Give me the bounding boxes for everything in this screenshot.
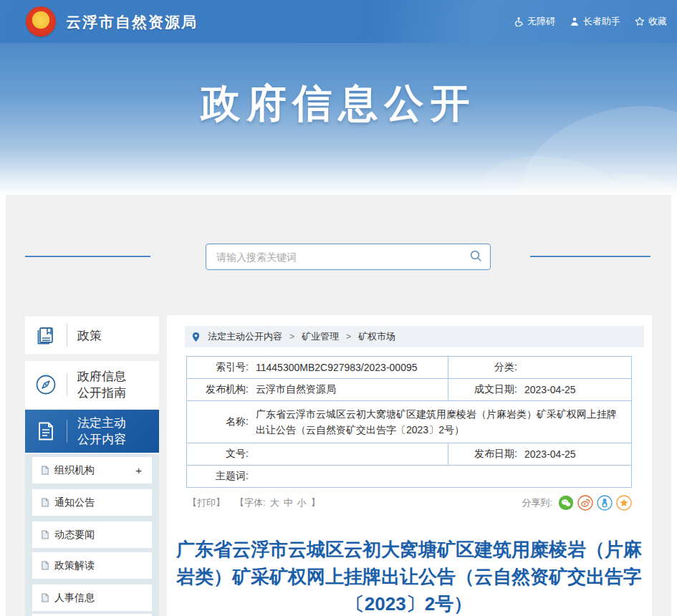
- breadcrumb-separator: >: [346, 332, 351, 342]
- sidebar-item-label: 通知公告: [54, 496, 95, 509]
- share-bar: 分享到:: [522, 495, 632, 511]
- wechat-share-icon[interactable]: [558, 495, 574, 511]
- page-icon: [41, 498, 49, 507]
- table-row: 主题词:: [187, 465, 631, 487]
- breadcrumb-item-mining-rights-market[interactable]: 矿权市场: [358, 330, 395, 343]
- weibo-share-icon[interactable]: [577, 495, 593, 511]
- category-label: 分类:: [448, 361, 517, 374]
- table-row: 名称: 广东省云浮市云城区云初大窝塘矿区建筑用糜棱岩（片麻岩类）矿采矿权网上挂牌…: [187, 400, 631, 443]
- written-date-label: 成文日期:: [448, 383, 517, 396]
- favorite-link[interactable]: 收藏: [635, 15, 667, 28]
- sidebar-item-label: 动态要闻: [54, 529, 95, 542]
- qq-share-icon[interactable]: [597, 495, 613, 511]
- issuing-agency-label: 发布机构:: [187, 383, 249, 396]
- qzone-share-icon[interactable]: [616, 495, 632, 511]
- search-input[interactable]: [206, 244, 461, 269]
- page-icon: [41, 530, 49, 539]
- elder-assistant-label: 长者助手: [583, 15, 620, 28]
- sidebar-item-disclosure-guide[interactable]: 政府信息公开指南: [25, 361, 159, 408]
- document-icon: [25, 420, 67, 442]
- article-toolbar: 【打印】 【字体: 大 中 小 】 分享到:: [188, 494, 632, 511]
- header-links: 无障碍 长者助手 收藏: [514, 0, 667, 43]
- sidebar-item-news[interactable]: 动态要闻: [32, 521, 152, 548]
- font-size-suffix: 】: [311, 496, 320, 509]
- page-icon: [41, 593, 49, 602]
- page-icon: [41, 561, 49, 570]
- issuing-agency-value: 云浮市自然资源局: [256, 383, 336, 396]
- table-row: 发布机构: 云浮市自然资源局 成文日期: 2023-04-25: [187, 378, 631, 400]
- document-name-label: 名称:: [187, 415, 249, 428]
- elder-assistant-link[interactable]: 长者助手: [570, 15, 620, 28]
- publish-date-label: 发布日期:: [448, 448, 517, 461]
- sidebar-item-label: 人事信息: [54, 592, 95, 605]
- sidebar-item-label: 政策: [77, 327, 138, 344]
- star-icon: [635, 16, 645, 27]
- banner-title: 政府信息公开: [0, 77, 677, 130]
- page: ★ 云浮市自然资源局 无障碍 长者助手 收藏: [0, 0, 677, 616]
- font-size-prefix: 【字体:: [235, 496, 266, 509]
- publish-date-value: 2023-04-25: [524, 448, 576, 460]
- breadcrumb-item-mining[interactable]: 矿业管理: [302, 330, 339, 343]
- elder-assistant-icon: [570, 16, 580, 27]
- national-emblem-logo: ★: [26, 6, 56, 37]
- sidebar-item-label: 政策解读: [54, 559, 95, 572]
- decorative-line-right: [530, 256, 650, 257]
- sidebar-item-label: 法定主动公开内容: [77, 415, 138, 448]
- sidebar-item-statutory-disclosure[interactable]: 法定主动公开内容: [25, 410, 159, 453]
- share-label: 分享到:: [522, 496, 552, 509]
- breadcrumb-separator: >: [289, 332, 294, 342]
- search-box: [206, 244, 491, 270]
- index-number-value: 11445300MB2C927983/2023-00095: [256, 362, 418, 373]
- location-pin-icon: [191, 332, 201, 342]
- page-icon: [41, 466, 49, 475]
- sidebar-item-policy-interpretation[interactable]: 政策解读: [32, 552, 152, 579]
- table-row: 文号: 发布日期: 2023-04-25: [187, 443, 631, 465]
- breadcrumb: 法定主动公开内容 > 矿业管理 > 矿权市场: [185, 326, 644, 347]
- banner: 政府信息公开: [0, 43, 677, 195]
- print-button[interactable]: 【打印】: [188, 496, 225, 509]
- sidebar-item-label: 政府信息公开指南: [77, 368, 138, 401]
- index-number-label: 索引号:: [187, 361, 249, 374]
- font-size-control: 【字体: 大 中 小 】: [235, 496, 320, 509]
- expand-plus-icon[interactable]: +: [135, 464, 142, 476]
- accessibility-link[interactable]: 无障碍: [514, 15, 555, 28]
- document-meta-table: 索引号: 11445300MB2C927983/2023-00095 分类: 发…: [186, 356, 632, 488]
- table-row: 索引号: 11445300MB2C927983/2023-00095 分类:: [187, 357, 631, 378]
- written-date-value: 2023-04-25: [524, 384, 576, 395]
- site-title: 云浮市自然资源局: [66, 12, 198, 32]
- compass-icon: [25, 373, 67, 396]
- sidebar-item-notices[interactable]: 通知公告: [32, 489, 152, 516]
- sidebar-item-label: 组织机构: [54, 464, 95, 477]
- document-number-label: 文号:: [187, 448, 249, 461]
- sidebar-item-personnel[interactable]: 人事信息: [32, 584, 152, 611]
- breadcrumb-item-statutory[interactable]: 法定主动公开内容: [208, 330, 282, 343]
- accessibility-icon: [514, 16, 524, 27]
- favorite-label: 收藏: [648, 15, 667, 28]
- accessibility-label: 无障碍: [527, 15, 555, 28]
- decorative-line-left: [25, 256, 150, 257]
- document-name-value: 广东省云浮市云城区云初大窝塘矿区建筑用糜棱岩（片麻岩类）矿采矿权网上挂牌出让公告…: [256, 406, 621, 438]
- sidebar-item-policy[interactable]: 政策: [25, 317, 159, 354]
- book-icon: [25, 324, 67, 346]
- sidebar-item-organization[interactable]: 组织机构 +: [32, 457, 152, 483]
- search-button[interactable]: [461, 244, 490, 269]
- sidebar-submenu: 组织机构 + 通知公告 动态要闻 政策解读 人事信息: [25, 454, 159, 616]
- search-icon: [469, 249, 482, 265]
- font-size-large-button[interactable]: 大: [270, 496, 279, 509]
- article-title: 广东省云浮市云城区云初大窝塘矿区建筑用糜棱岩（片麻岩类）矿采矿权网上挂牌出让公告…: [173, 536, 645, 616]
- top-header: ★ 云浮市自然资源局 无障碍 长者助手 收藏: [0, 0, 677, 43]
- font-size-medium-button[interactable]: 中: [284, 496, 293, 509]
- keywords-label: 主题词:: [187, 470, 249, 483]
- font-size-small-button[interactable]: 小: [297, 496, 307, 509]
